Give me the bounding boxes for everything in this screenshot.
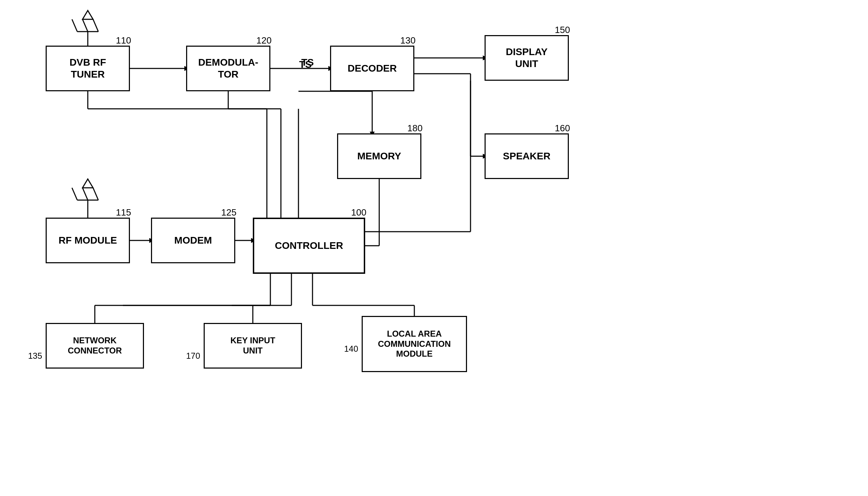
display-unit-block: DISPLAYUNIT xyxy=(485,35,569,81)
modem-label: MODEM xyxy=(174,234,212,246)
demodulator-block: DEMODULA-TOR xyxy=(186,46,270,91)
rf-module-ref: 115 xyxy=(116,207,131,218)
memory-label: MEMORY xyxy=(357,150,401,162)
local-area-comm-block: LOCAL AREACOMMUNICATIONMODULE xyxy=(362,316,467,372)
display-unit-ref: 150 xyxy=(555,25,570,35)
local-area-comm-ref: 140 xyxy=(344,344,358,354)
rf-module-block: RF MODULE xyxy=(46,218,130,263)
diagram: TS DVB RFTUNER 110 DEMODULA-TOR 120 DECO… xyxy=(0,0,868,496)
decoder-block: DECODER xyxy=(330,46,414,91)
key-input-unit-ref: 170 xyxy=(186,351,200,361)
svg-line-4 xyxy=(93,19,98,32)
dvb-rf-tuner-ref: 110 xyxy=(116,35,131,46)
speaker-label: SPEAKER xyxy=(503,150,550,162)
controller-block: CONTROLLER xyxy=(253,218,365,274)
svg-marker-11 xyxy=(83,179,93,188)
network-connector-block: NETWORKCONNECTOR xyxy=(46,323,144,369)
dvb-rf-tuner-label: DVB RFTUNER xyxy=(70,57,106,80)
network-connector-ref: 135 xyxy=(28,351,42,361)
network-connector-label: NETWORKCONNECTOR xyxy=(68,336,122,356)
modem-ref: 125 xyxy=(221,207,236,218)
svg-line-2 xyxy=(72,19,77,32)
key-input-unit-block: KEY INPUTUNIT xyxy=(204,323,302,369)
display-unit-label: DISPLAYUNIT xyxy=(506,46,548,70)
controller-ref: 100 xyxy=(351,207,366,218)
ts-text: TS xyxy=(301,57,314,68)
svg-line-3 xyxy=(83,19,88,32)
speaker-ref: 160 xyxy=(555,123,570,134)
modem-block: MODEM xyxy=(151,218,235,263)
decoder-label: DECODER xyxy=(348,62,397,74)
svg-marker-5 xyxy=(83,11,93,19)
connection-lines xyxy=(0,0,868,496)
dvb-rf-tuner-block: DVB RFTUNER xyxy=(46,46,130,91)
svg-line-8 xyxy=(72,188,77,200)
local-area-comm-label: LOCAL AREACOMMUNICATIONMODULE xyxy=(378,329,451,359)
memory-ref: 180 xyxy=(407,123,422,134)
svg-line-10 xyxy=(93,188,98,200)
key-input-unit-label: KEY INPUTUNIT xyxy=(230,336,275,356)
controller-label: CONTROLLER xyxy=(275,240,343,252)
demodulator-label: DEMODULA-TOR xyxy=(198,57,258,80)
decoder-ref: 130 xyxy=(400,35,415,46)
demodulator-ref: 120 xyxy=(256,35,271,46)
rf-module-label: RF MODULE xyxy=(59,234,117,246)
speaker-block: SPEAKER xyxy=(485,133,569,179)
svg-line-9 xyxy=(83,188,88,200)
memory-block: MEMORY xyxy=(337,133,421,179)
